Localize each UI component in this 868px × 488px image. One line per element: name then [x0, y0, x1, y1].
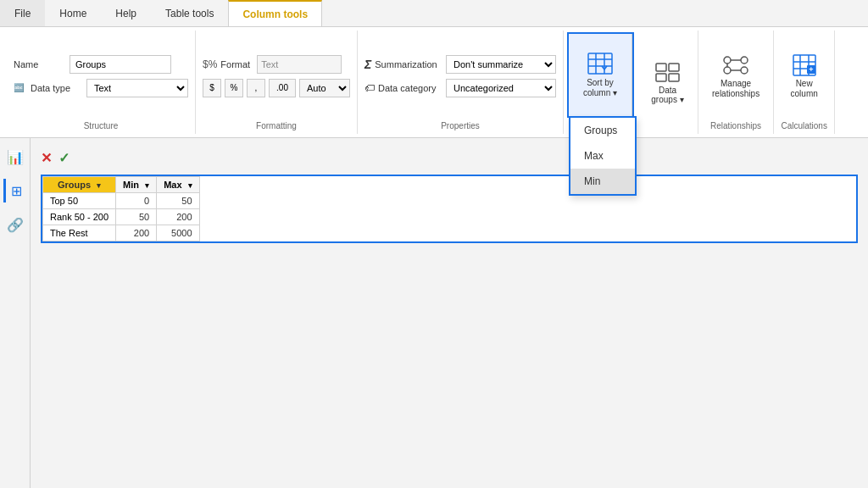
groups-dropdown-icon[interactable]: ▾	[97, 181, 101, 190]
properties-group: Σ Summarization Don't summarize 🏷 Data c…	[358, 30, 564, 134]
formula-confirm-button[interactable]: ✓	[58, 150, 70, 166]
max-dropdown-icon[interactable]: ▾	[188, 181, 192, 190]
table-row: The Rest 200 5000	[43, 225, 200, 241]
main-area: 📊 ⊞ 🔗 ✕ ✓ Groups ▾ Min	[0, 138, 868, 488]
comma-button[interactable]: ,	[247, 79, 265, 97]
row1-max: 50	[157, 193, 199, 209]
formatting-group: $% Format $ % , .00 Auto Formatting	[196, 30, 358, 134]
max-column-header[interactable]: Max ▾	[157, 177, 199, 193]
row3-max: 5000	[157, 225, 199, 241]
svg-point-10	[741, 57, 748, 64]
relationships-label: Relationships	[705, 118, 766, 130]
datacategory-row: 🏷 Data category Uncategorized	[364, 79, 556, 97]
auto-select[interactable]: Auto	[299, 79, 350, 97]
row2-groups[interactable]: Rank 50 - 200	[43, 209, 116, 225]
row2-max: 200	[157, 209, 199, 225]
category-icon: 🏷	[364, 82, 375, 94]
manage-relationships-label: Managerelationships	[712, 79, 760, 99]
row1-min: 0	[116, 193, 157, 209]
percent-button[interactable]: %	[225, 79, 243, 97]
dropdown-groups[interactable]: Groups	[570, 118, 635, 143]
format-row1: $% Format	[203, 55, 342, 74]
formula-bar: ✕ ✓	[41, 148, 858, 168]
sort-table-icon	[587, 52, 614, 75]
name-label: Name	[14, 59, 64, 69]
data-table-wrapper: Groups ▾ Min ▾ Max ▾	[41, 175, 858, 243]
datatype-label: Data type	[31, 83, 81, 93]
data-groups-button[interactable]: Datagroups ▾	[644, 57, 691, 108]
ribbon-content: Name 🔤 Data type Text Structure	[0, 27, 868, 137]
datatype-select[interactable]: Text	[86, 79, 188, 97]
tab-home[interactable]: Home	[45, 0, 101, 26]
calculations-group: + Newcolumn Calculations	[774, 30, 835, 134]
svg-rect-7	[656, 74, 666, 81]
min-column-header[interactable]: Min ▾	[116, 177, 157, 193]
left-sidebar: 📊 ⊞ 🔗	[0, 138, 31, 488]
relationships-group: Managerelationships Relationships	[698, 30, 774, 134]
svg-point-12	[741, 67, 748, 74]
svg-point-11	[724, 67, 731, 74]
decimal-button[interactable]: .00	[269, 79, 296, 97]
svg-point-9	[724, 57, 731, 64]
format-icon: $%	[203, 58, 217, 70]
row3-min: 200	[116, 225, 157, 241]
sidebar-table-icon[interactable]: ⊞	[3, 179, 27, 202]
structure-label: Structure	[14, 118, 188, 130]
format-row2: $ % , .00 Auto	[203, 79, 350, 97]
manage-relationships-button[interactable]: Managerelationships	[705, 50, 766, 103]
new-column-label: Newcolumn	[791, 79, 818, 99]
name-row: Name	[14, 55, 171, 74]
formula-cancel-button[interactable]: ✕	[41, 150, 52, 166]
format-label: Format	[220, 59, 250, 69]
tab-table-tools[interactable]: Table tools	[151, 0, 228, 26]
sort-groups-wrapper: Sort bycolumn ▾ Groups Max Min Groups	[567, 32, 634, 132]
data-table: Groups ▾ Min ▾ Max ▾	[42, 176, 200, 241]
ribbon-tabs: File Home Help Table tools Column tools	[0, 0, 868, 27]
sidebar-model-icon[interactable]: 🔗	[3, 213, 27, 236]
sort-button-label: Sort bycolumn ▾	[583, 78, 617, 98]
groups-column-header[interactable]: Groups ▾	[43, 177, 116, 193]
structure-group: Name 🔤 Data type Text Structure	[7, 30, 196, 134]
data-groups-group: Datagroups ▾	[637, 30, 698, 134]
sidebar-chart-icon[interactable]: 📊	[3, 145, 27, 169]
datacategory-select[interactable]: Uncategorized	[446, 79, 556, 97]
data-groups-icon	[655, 60, 681, 84]
tab-column-tools[interactable]: Column tools	[228, 0, 322, 26]
data-groups-label: Datagroups ▾	[651, 86, 683, 104]
calculations-label: Calculations	[781, 118, 827, 130]
sort-dropdown: Groups Max Min	[569, 116, 637, 196]
dropdown-max[interactable]: Max	[570, 143, 635, 169]
table-row: Top 50 0 50	[43, 193, 200, 209]
name-input[interactable]	[70, 55, 171, 74]
dropdown-min[interactable]: Min	[570, 169, 635, 194]
svg-rect-6	[669, 64, 679, 71]
format-input[interactable]	[257, 55, 342, 74]
summarization-row: Σ Summarization Don't summarize	[364, 55, 556, 74]
content-area: ✕ ✓ Groups ▾ Min ▾	[31, 138, 868, 488]
formatting-label: Formatting	[203, 118, 350, 130]
row1-groups[interactable]: Top 50	[43, 193, 116, 209]
svg-rect-5	[656, 64, 666, 71]
sort-border-box: Sort bycolumn ▾ Groups Max Min	[567, 32, 634, 118]
properties-label: Properties	[364, 118, 556, 130]
datacategory-label: 🏷 Data category	[364, 82, 441, 94]
tab-file[interactable]: File	[0, 0, 45, 26]
summarization-label: Σ Summarization	[364, 58, 441, 71]
sigma-icon: Σ	[364, 58, 371, 71]
tab-help[interactable]: Help	[101, 0, 151, 26]
min-dropdown-icon[interactable]: ▾	[145, 181, 149, 190]
dollar-button[interactable]: $	[203, 79, 221, 97]
summarization-select[interactable]: Don't summarize	[446, 55, 556, 74]
svg-text:+: +	[809, 65, 813, 74]
new-column-button[interactable]: + Newcolumn	[781, 50, 827, 103]
sort-by-column-button[interactable]: Sort bycolumn ▾	[569, 34, 632, 116]
row2-min: 50	[116, 209, 157, 225]
svg-rect-8	[669, 74, 679, 81]
new-column-icon: +	[792, 53, 817, 77]
datatype-row: 🔤 Data type Text	[14, 79, 188, 97]
datatype-icon: 🔤	[14, 83, 24, 92]
svg-rect-0	[588, 53, 612, 74]
table-row: Rank 50 - 200 50 200	[43, 209, 200, 225]
row3-groups[interactable]: The Rest	[43, 225, 116, 241]
manage-relationships-icon	[723, 53, 748, 77]
